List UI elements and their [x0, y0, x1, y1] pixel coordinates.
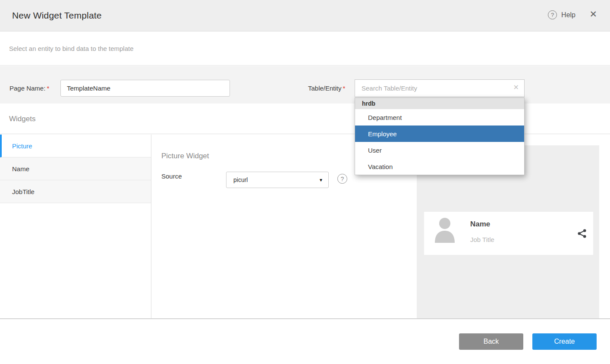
close-icon[interactable]: ✕	[589, 9, 597, 19]
page-title: New Widget Template	[12, 10, 102, 21]
chevron-down-icon: ▼	[319, 178, 323, 182]
dropdown-item-vacation[interactable]: Vacation	[355, 158, 524, 175]
sidebar-item-picture[interactable]: Picture	[0, 135, 151, 157]
source-select-value: picurl	[233, 176, 248, 183]
preview-jobtitle-text: Job Title	[470, 236, 494, 243]
source-select[interactable]: picurl ▼	[226, 172, 329, 188]
entity-dropdown: hrdb Department Employee User Vacation	[355, 97, 525, 175]
table-entity-search-input[interactable]	[355, 80, 524, 97]
dropdown-group-header: hrdb	[355, 98, 524, 109]
widgets-section-title: Widgets	[9, 115, 35, 123]
dropdown-item-employee[interactable]: Employee	[355, 126, 524, 142]
sidebar-item-jobtitle[interactable]: JobTitle	[0, 180, 151, 203]
table-entity-search-box: ✕	[355, 79, 525, 97]
back-button[interactable]: Back	[459, 333, 523, 350]
footer-divider	[0, 318, 610, 319]
widgets-sidebar: Picture Name JobTitle	[0, 135, 151, 318]
page-name-input[interactable]	[60, 80, 230, 97]
help-icon: ?	[548, 10, 557, 19]
subtitle-bar: Select an entity to bind data to the tem…	[0, 32, 610, 66]
required-asterisk: *	[343, 85, 346, 92]
create-button[interactable]: Create	[532, 333, 597, 350]
clear-search-icon[interactable]: ✕	[513, 84, 519, 91]
dialog-header: New Widget Template ? Help ✕	[0, 0, 610, 31]
sidebar-item-name[interactable]: Name	[0, 157, 151, 180]
help-label: Help	[561, 11, 575, 19]
widget-panel-title: Picture Widget	[161, 152, 209, 160]
share-icon[interactable]	[577, 229, 587, 240]
page-name-label-text: Page Name:	[9, 85, 45, 92]
help-button[interactable]: ? Help	[548, 10, 575, 19]
required-asterisk: *	[47, 85, 49, 92]
dropdown-item-user[interactable]: User	[355, 142, 524, 158]
dropdown-item-department[interactable]: Department	[355, 109, 524, 126]
person-avatar-icon	[434, 216, 456, 245]
preview-card: Name Job Title	[424, 212, 593, 255]
table-entity-label: Table/Entity*	[308, 85, 345, 92]
page-name-label: Page Name:*	[9, 85, 49, 92]
table-entity-label-text: Table/Entity	[308, 85, 342, 92]
source-help-icon[interactable]: ?	[337, 174, 347, 184]
subtitle-text: Select an entity to bind data to the tem…	[9, 45, 134, 52]
source-label: Source	[161, 173, 182, 180]
preview-name-text: Name	[470, 220, 490, 229]
